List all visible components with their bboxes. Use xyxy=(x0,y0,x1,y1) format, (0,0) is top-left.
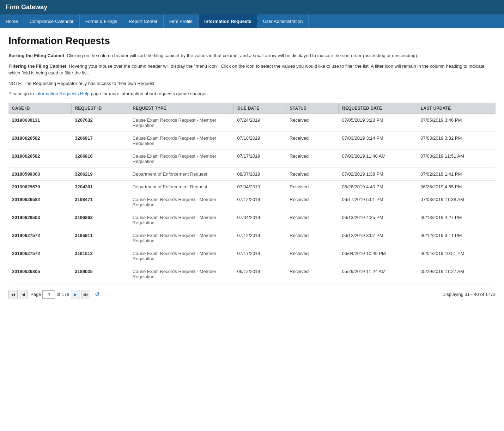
main-content: Information Requests Sorting the Filing … xyxy=(0,28,504,311)
page-title: Information Requests xyxy=(8,35,496,47)
cell-due_date: 07/17/2019 xyxy=(234,150,286,168)
nav-item-user-administration[interactable]: User Administration xyxy=(257,14,309,28)
cell-request_type: Cause Exam Records Request - Member Regu… xyxy=(129,150,234,168)
nav-item-firm-profile[interactable]: Firm Profile xyxy=(164,14,199,28)
cell-status: Received xyxy=(286,265,338,283)
next-page-button[interactable]: ► xyxy=(71,290,80,299)
cell-case_id[interactable]: 20180599363 xyxy=(8,168,71,180)
cell-requested_date: 06/17/2019 5:01 PM xyxy=(338,193,417,211)
cell-requested_date: 07/02/2019 1:38 PM xyxy=(338,168,417,180)
cell-request_id[interactable]: 3189025 xyxy=(71,265,129,283)
table-header: CASE IDREQUEST IDREQUEST TYPEDUE DATESTA… xyxy=(8,103,496,114)
cell-case_id[interactable]: 20190627572 xyxy=(8,247,71,265)
table-row: 201805993633206219Department of Enforcem… xyxy=(8,168,496,180)
cell-last_update: 07/05/2019 3:46 PM xyxy=(417,114,496,132)
cell-request_id[interactable]: 3204301 xyxy=(71,180,129,193)
cell-case_id[interactable]: 20190626582 xyxy=(8,193,71,211)
cell-case_id[interactable]: 20190628503 xyxy=(8,211,71,229)
nav-bar: HomeCompliance CalendarForms & FilingsRe… xyxy=(0,14,504,28)
cell-case_id[interactable]: 20190629670 xyxy=(8,180,71,193)
table-row: 201906268053189025Cause Exam Records Req… xyxy=(8,265,496,283)
cell-request_type: Cause Exam Records Request - Member Regu… xyxy=(129,211,234,229)
cell-last_update: 07/03/2019 11:51 AM xyxy=(417,150,496,168)
pagination-info: Displaying 31 - 40 of 1773 xyxy=(442,292,496,297)
cell-request_id[interactable]: 3206816 xyxy=(71,150,129,168)
prev-page-button[interactable]: ◄ xyxy=(19,290,28,299)
cell-last_update: 06/04/2019 10:51 PM xyxy=(417,247,496,265)
col-header-due_date[interactable]: DUE DATE xyxy=(234,103,286,114)
col-header-case_id[interactable]: CASE ID xyxy=(8,103,71,114)
nav-item-forms---filings[interactable]: Forms & Filings xyxy=(80,14,123,28)
cell-request_id[interactable]: 3191613 xyxy=(71,247,129,265)
table-row: 201906301313207632Cause Exam Records Req… xyxy=(8,114,496,132)
nav-item-report-center[interactable]: Report Center xyxy=(123,14,164,28)
cell-due_date: 07/12/2019 xyxy=(234,193,286,211)
page-label: Page xyxy=(30,292,41,297)
cell-status: Received xyxy=(286,114,338,132)
pagination: ⏮ ◄ Page of 178 ► ⏭ ↺ Displaying 31 - 40… xyxy=(8,285,496,304)
col-header-request_id[interactable]: REQUEST ID xyxy=(71,103,129,114)
cell-request_type: Cause Exam Records Request - Member Regu… xyxy=(129,114,234,132)
cell-status: Received xyxy=(286,150,338,168)
cell-request_type: Cause Exam Records Request - Member Regu… xyxy=(129,247,234,265)
cell-last_update: 05/29/2019 11:27 AM xyxy=(417,265,496,283)
cell-requested_date: 06/04/2019 10:49 PM xyxy=(338,247,417,265)
data-table: CASE IDREQUEST IDREQUEST TYPEDUE DATESTA… xyxy=(8,103,496,283)
col-header-requested_date[interactable]: REQUESTED DATE xyxy=(338,103,417,114)
table-body: 201906301313207632Cause Exam Records Req… xyxy=(8,114,496,283)
cell-status: Received xyxy=(286,229,338,247)
refresh-button[interactable]: ↺ xyxy=(93,290,102,299)
cell-last_update: 07/03/2019 11:38 AM xyxy=(417,193,496,211)
cell-case_id[interactable]: 20190626582 xyxy=(8,150,71,168)
cell-case_id[interactable]: 20190626582 xyxy=(8,132,71,150)
cell-case_id[interactable]: 20190627572 xyxy=(8,229,71,247)
cell-status: Received xyxy=(286,193,338,211)
cell-request_type: Cause Exam Records Request - Member Regu… xyxy=(129,132,234,150)
help-link[interactable]: Information Requests Help xyxy=(35,91,90,96)
nav-item-compliance-calendar[interactable]: Compliance Calendar xyxy=(24,14,80,28)
cell-requested_date: 07/03/2019 11:40 AM xyxy=(338,150,417,168)
cell-request_id[interactable]: 3198471 xyxy=(71,193,129,211)
nav-item-information-requests[interactable]: Information Requests xyxy=(199,14,257,28)
cell-due_date: 08/07/2019 xyxy=(234,168,286,180)
cell-requested_date: 05/29/2019 11:24 AM xyxy=(338,265,417,283)
cell-case_id[interactable]: 20190626805 xyxy=(8,265,71,283)
table-row: 201906275723195911Cause Exam Records Req… xyxy=(8,229,496,247)
col-header-request_type[interactable]: REQUEST TYPE xyxy=(129,103,234,114)
cell-request_id[interactable]: 3206219 xyxy=(71,168,129,180)
sorting-info: Sorting the Filing Cabinet: Clicking on … xyxy=(8,52,496,59)
table-row: 201906265823206816Cause Exam Records Req… xyxy=(8,150,496,168)
first-page-button[interactable]: ⏮ xyxy=(8,290,18,299)
cell-last_update: 06/12/2019 3:11 PM xyxy=(417,229,496,247)
help-prefix: Please go to xyxy=(8,91,35,96)
cell-case_id[interactable]: 20190630131 xyxy=(8,114,71,132)
page-of: of 178 xyxy=(56,292,69,297)
cell-status: Received xyxy=(286,211,338,229)
table-row: 201906265823198471Cause Exam Records Req… xyxy=(8,193,496,211)
last-page-button[interactable]: ⏭ xyxy=(81,290,90,299)
sorting-label: Sorting the Filing Cabinet xyxy=(8,53,64,58)
cell-last_update: 07/02/2019 1:41 PM xyxy=(417,168,496,180)
page-input-wrap: Page of 178 xyxy=(30,290,69,299)
cell-request_id[interactable]: 3196863 xyxy=(71,211,129,229)
nav-item-home[interactable]: Home xyxy=(0,14,24,28)
cell-request_type: Department of Enforcement Request xyxy=(129,180,234,193)
table-row: 201906275723191613Cause Exam Records Req… xyxy=(8,247,496,265)
cell-request_id[interactable]: 3195911 xyxy=(71,229,129,247)
col-header-status[interactable]: STATUS xyxy=(286,103,338,114)
cell-request_id[interactable]: 3206817 xyxy=(71,132,129,150)
filtering-info: Filtering the Filing Cabinet: Hovering y… xyxy=(8,63,496,77)
table-row: 201906285033196863Cause Exam Records Req… xyxy=(8,211,496,229)
cell-status: Received xyxy=(286,132,338,150)
note-text: NOTE: The Requesting Regulator only has … xyxy=(8,80,496,87)
help-text: Please go to Information Requests Help p… xyxy=(8,90,496,97)
cell-request_type: Cause Exam Records Request - Member Regu… xyxy=(129,229,234,247)
cell-request_type: Cause Exam Records Request - Member Regu… xyxy=(129,265,234,283)
cell-last_update: 06/13/2019 4:27 PM xyxy=(417,211,496,229)
cell-request_type: Department of Enforcement Request xyxy=(129,168,234,180)
page-input[interactable] xyxy=(42,290,55,299)
cell-request_id[interactable]: 3207632 xyxy=(71,114,129,132)
cell-status: Received xyxy=(286,247,338,265)
col-header-last_update[interactable]: LAST UPDATE xyxy=(417,103,496,114)
top-bar: Firm Gateway xyxy=(0,0,504,14)
